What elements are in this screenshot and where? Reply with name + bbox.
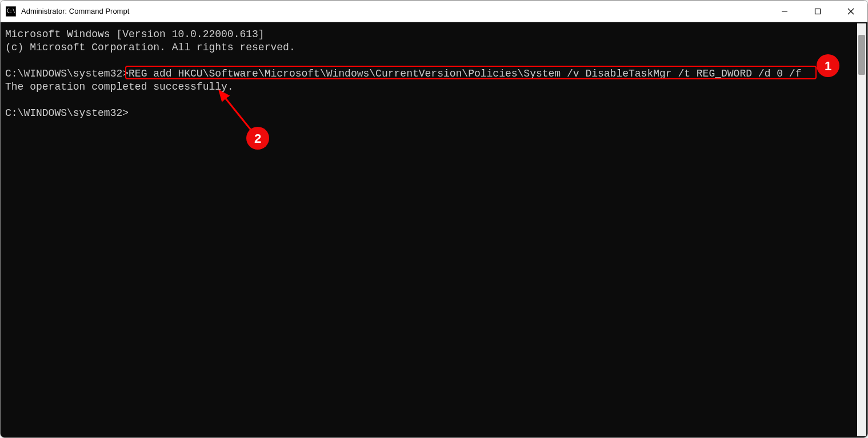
svg-text:C:\: C:\: [7, 9, 15, 14]
terminal-prompt-waiting: C:\WINDOWS\system32>: [5, 107, 863, 120]
svg-rect-3: [815, 9, 821, 14]
minimize-button[interactable]: [768, 1, 801, 22]
window-controls: [768, 1, 867, 22]
terminal-line-blank2: [5, 94, 863, 107]
terminal-line-command: C:\WINDOWS\system32>REG add HKCU\Softwar…: [5, 67, 863, 81]
scrollbar-thumb[interactable]: [858, 35, 865, 75]
terminal-prompt: C:\WINDOWS\system32>: [5, 68, 129, 79]
terminal-command-text: REG add HKCU\Software\Microsoft\Windows\…: [129, 68, 801, 79]
terminal-line-copyright: (c) Microsoft Corporation. All rights re…: [5, 41, 863, 54]
terminal-area[interactable]: Microsoft Windows [Version 10.0.22000.61…: [1, 22, 867, 437]
maximize-button[interactable]: [801, 1, 834, 22]
terminal-line-result: The operation completed successfully.: [5, 81, 863, 94]
terminal-line-blank: [5, 54, 863, 67]
annotation-badge-2: 2: [246, 127, 269, 150]
command-prompt-window: C:\ Administrator: Command Prompt Micros…: [0, 0, 868, 438]
window-title: Administrator: Command Prompt: [21, 7, 768, 15]
titlebar[interactable]: C:\ Administrator: Command Prompt: [1, 1, 867, 22]
scrollbar[interactable]: [857, 23, 866, 436]
close-button[interactable]: [834, 1, 867, 22]
cmd-icon: C:\: [5, 6, 17, 17]
terminal-line-version: Microsoft Windows [Version 10.0.22000.61…: [5, 28, 863, 41]
